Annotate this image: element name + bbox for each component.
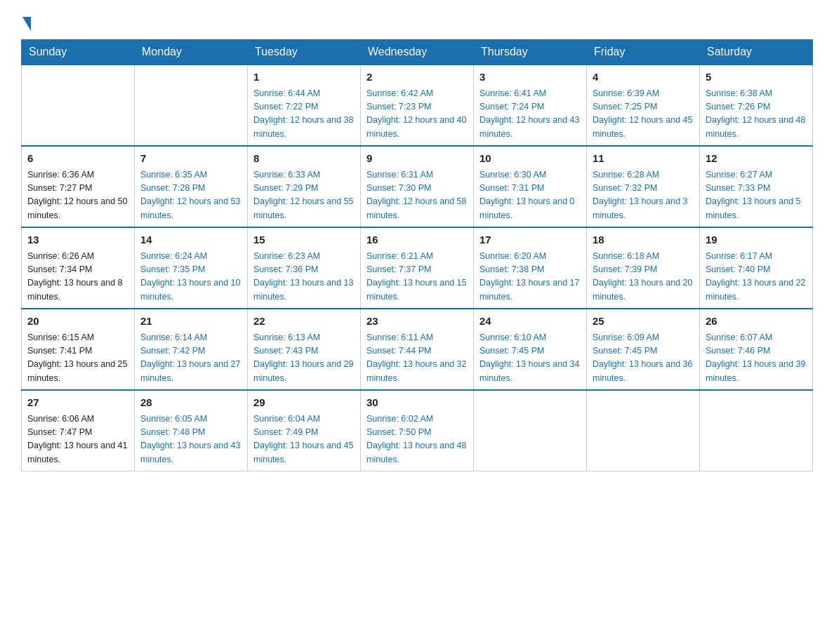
- calendar-cell: 15Sunrise: 6:23 AMSunset: 7:36 PMDayligh…: [248, 227, 361, 309]
- day-info: Sunrise: 6:23 AMSunset: 7:36 PMDaylight:…: [253, 250, 355, 304]
- day-number: 24: [479, 314, 581, 330]
- day-number: 14: [140, 232, 241, 248]
- calendar-cell: 14Sunrise: 6:24 AMSunset: 7:35 PMDayligh…: [135, 227, 248, 309]
- calendar-cell: 7Sunrise: 6:35 AMSunset: 7:28 PMDaylight…: [135, 146, 248, 227]
- calendar-cell: 11Sunrise: 6:28 AMSunset: 7:32 PMDayligh…: [587, 146, 700, 227]
- day-info: Sunrise: 6:21 AMSunset: 7:37 PMDaylight:…: [366, 250, 468, 304]
- calendar-cell: 30Sunrise: 6:02 AMSunset: 7:50 PMDayligh…: [361, 390, 474, 471]
- calendar-cell: 21Sunrise: 6:14 AMSunset: 7:42 PMDayligh…: [135, 309, 248, 390]
- day-info: Sunrise: 6:39 AMSunset: 7:25 PMDaylight:…: [593, 87, 694, 142]
- calendar-week-row: 20Sunrise: 6:15 AMSunset: 7:41 PMDayligh…: [22, 309, 813, 390]
- calendar-cell: 6Sunrise: 6:36 AMSunset: 7:27 PMDaylight…: [22, 146, 135, 227]
- logo: [21, 14, 31, 25]
- day-number: 17: [479, 232, 581, 248]
- day-info: Sunrise: 6:36 AMSunset: 7:27 PMDaylight:…: [27, 168, 128, 223]
- day-info: Sunrise: 6:38 AMSunset: 7:26 PMDaylight:…: [706, 87, 807, 142]
- calendar-cell: 5Sunrise: 6:38 AMSunset: 7:26 PMDaylight…: [700, 65, 813, 146]
- day-header-friday: Friday: [587, 40, 700, 65]
- calendar-cell: 9Sunrise: 6:31 AMSunset: 7:30 PMDaylight…: [361, 146, 474, 227]
- day-info: Sunrise: 6:20 AMSunset: 7:38 PMDaylight:…: [479, 250, 581, 304]
- calendar-cell: 26Sunrise: 6:07 AMSunset: 7:46 PMDayligh…: [700, 309, 813, 390]
- calendar-cell: 4Sunrise: 6:39 AMSunset: 7:25 PMDaylight…: [587, 65, 700, 146]
- calendar-cell: 23Sunrise: 6:11 AMSunset: 7:44 PMDayligh…: [361, 309, 474, 390]
- day-info: Sunrise: 6:42 AMSunset: 7:23 PMDaylight:…: [366, 87, 468, 142]
- calendar-cell: 25Sunrise: 6:09 AMSunset: 7:45 PMDayligh…: [587, 309, 700, 390]
- day-info: Sunrise: 6:33 AMSunset: 7:29 PMDaylight:…: [253, 168, 355, 223]
- day-number: 6: [27, 151, 128, 167]
- day-number: 8: [253, 151, 355, 167]
- calendar-week-row: 13Sunrise: 6:26 AMSunset: 7:34 PMDayligh…: [22, 227, 813, 309]
- calendar-table: SundayMondayTuesdayWednesdayThursdayFrid…: [21, 39, 813, 471]
- calendar-cell: [587, 390, 700, 471]
- day-info: Sunrise: 6:06 AMSunset: 7:47 PMDaylight:…: [27, 412, 128, 467]
- calendar-cell: [700, 390, 813, 471]
- calendar-cell: 12Sunrise: 6:27 AMSunset: 7:33 PMDayligh…: [700, 146, 813, 227]
- logo-triangle-icon: [22, 17, 31, 31]
- day-number: 4: [593, 69, 694, 86]
- day-number: 25: [593, 314, 694, 330]
- calendar-cell: 24Sunrise: 6:10 AMSunset: 7:45 PMDayligh…: [474, 309, 587, 390]
- day-info: Sunrise: 6:44 AMSunset: 7:22 PMDaylight:…: [253, 87, 355, 142]
- calendar-cell: 22Sunrise: 6:13 AMSunset: 7:43 PMDayligh…: [248, 309, 361, 390]
- day-number: 12: [706, 151, 807, 167]
- calendar-header-row: SundayMondayTuesdayWednesdayThursdayFrid…: [22, 40, 813, 65]
- day-info: Sunrise: 6:28 AMSunset: 7:32 PMDaylight:…: [593, 168, 694, 223]
- calendar-cell: 2Sunrise: 6:42 AMSunset: 7:23 PMDaylight…: [361, 65, 474, 146]
- day-info: Sunrise: 6:09 AMSunset: 7:45 PMDaylight:…: [593, 331, 694, 386]
- calendar-cell: 20Sunrise: 6:15 AMSunset: 7:41 PMDayligh…: [22, 309, 135, 390]
- calendar-cell: 16Sunrise: 6:21 AMSunset: 7:37 PMDayligh…: [361, 227, 474, 309]
- day-info: Sunrise: 6:27 AMSunset: 7:33 PMDaylight:…: [706, 168, 807, 223]
- calendar-cell: 27Sunrise: 6:06 AMSunset: 7:47 PMDayligh…: [22, 390, 135, 471]
- day-info: Sunrise: 6:15 AMSunset: 7:41 PMDaylight:…: [27, 331, 128, 386]
- day-header-sunday: Sunday: [22, 40, 135, 65]
- day-info: Sunrise: 6:31 AMSunset: 7:30 PMDaylight:…: [366, 168, 468, 223]
- day-number: 26: [706, 314, 807, 330]
- calendar-cell: 3Sunrise: 6:41 AMSunset: 7:24 PMDaylight…: [474, 65, 587, 146]
- day-number: 2: [366, 69, 468, 86]
- page-header: [21, 14, 813, 25]
- day-number: 30: [366, 395, 468, 411]
- calendar-cell: 19Sunrise: 6:17 AMSunset: 7:40 PMDayligh…: [700, 227, 813, 309]
- day-number: 23: [366, 314, 468, 330]
- day-info: Sunrise: 6:35 AMSunset: 7:28 PMDaylight:…: [140, 168, 241, 223]
- day-number: 7: [140, 151, 241, 167]
- calendar-week-row: 6Sunrise: 6:36 AMSunset: 7:27 PMDaylight…: [22, 146, 813, 227]
- day-info: Sunrise: 6:02 AMSunset: 7:50 PMDaylight:…: [366, 412, 468, 467]
- day-header-wednesday: Wednesday: [361, 40, 474, 65]
- day-number: 15: [253, 232, 355, 248]
- day-number: 29: [253, 395, 355, 411]
- day-number: 21: [140, 314, 241, 330]
- day-header-monday: Monday: [135, 40, 248, 65]
- day-number: 20: [27, 314, 128, 330]
- calendar-week-row: 1Sunrise: 6:44 AMSunset: 7:22 PMDaylight…: [22, 65, 813, 146]
- day-number: 10: [479, 151, 581, 167]
- day-info: Sunrise: 6:10 AMSunset: 7:45 PMDaylight:…: [479, 331, 581, 386]
- day-number: 1: [253, 69, 355, 86]
- calendar-week-row: 27Sunrise: 6:06 AMSunset: 7:47 PMDayligh…: [22, 390, 813, 471]
- calendar-cell: 1Sunrise: 6:44 AMSunset: 7:22 PMDaylight…: [248, 65, 361, 146]
- calendar-cell: 13Sunrise: 6:26 AMSunset: 7:34 PMDayligh…: [22, 227, 135, 309]
- day-number: 19: [706, 232, 807, 248]
- day-number: 3: [479, 69, 581, 86]
- day-number: 13: [27, 232, 128, 248]
- day-number: 5: [706, 69, 807, 86]
- calendar-cell: [22, 65, 135, 146]
- day-info: Sunrise: 6:17 AMSunset: 7:40 PMDaylight:…: [706, 250, 807, 304]
- day-info: Sunrise: 6:14 AMSunset: 7:42 PMDaylight:…: [140, 331, 241, 386]
- day-number: 11: [593, 151, 694, 167]
- day-header-tuesday: Tuesday: [248, 40, 361, 65]
- day-number: 18: [593, 232, 694, 248]
- day-number: 27: [27, 395, 128, 411]
- calendar-cell: 28Sunrise: 6:05 AMSunset: 7:48 PMDayligh…: [135, 390, 248, 471]
- calendar-cell: [474, 390, 587, 471]
- day-number: 16: [366, 232, 468, 248]
- calendar-cell: 17Sunrise: 6:20 AMSunset: 7:38 PMDayligh…: [474, 227, 587, 309]
- day-info: Sunrise: 6:05 AMSunset: 7:48 PMDaylight:…: [140, 412, 241, 467]
- day-header-thursday: Thursday: [474, 40, 587, 65]
- calendar-cell: 29Sunrise: 6:04 AMSunset: 7:49 PMDayligh…: [248, 390, 361, 471]
- calendar-cell: 8Sunrise: 6:33 AMSunset: 7:29 PMDaylight…: [248, 146, 361, 227]
- day-info: Sunrise: 6:04 AMSunset: 7:49 PMDaylight:…: [253, 412, 355, 467]
- day-info: Sunrise: 6:26 AMSunset: 7:34 PMDaylight:…: [27, 250, 128, 304]
- day-info: Sunrise: 6:11 AMSunset: 7:44 PMDaylight:…: [366, 331, 468, 386]
- day-info: Sunrise: 6:18 AMSunset: 7:39 PMDaylight:…: [593, 250, 694, 304]
